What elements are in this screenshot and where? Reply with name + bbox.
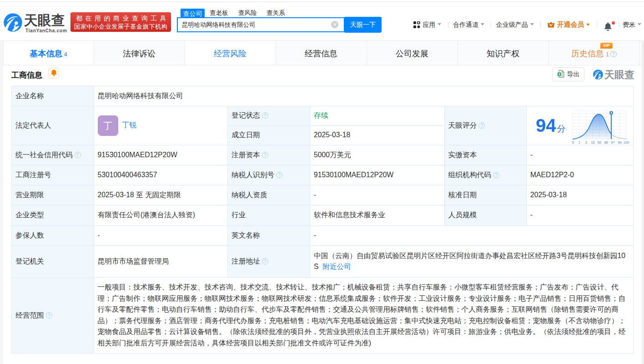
svg-text:97: 97 — [611, 140, 614, 145]
svg-text:85: 85 — [604, 140, 608, 145]
svg-text:99: 99 — [618, 140, 621, 145]
svg-text:15: 15 — [591, 140, 594, 145]
svg-text:1: 1 — [579, 140, 580, 145]
svg-text:X: X — [558, 72, 560, 76]
svg-text:天眼查: 天眼查 — [604, 69, 634, 80]
svg-text:100: 100 — [624, 140, 629, 145]
svg-text:0: 0 — [572, 140, 574, 145]
svg-text:3: 3 — [585, 140, 587, 145]
svg-text:50: 50 — [598, 140, 601, 145]
